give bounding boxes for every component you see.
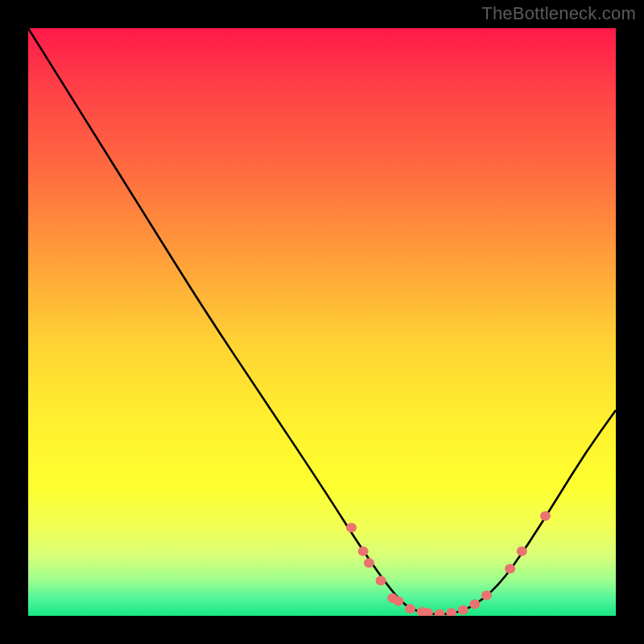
data-marker xyxy=(469,599,480,609)
data-marker xyxy=(446,608,456,616)
data-marker xyxy=(405,604,415,613)
chart-svg xyxy=(28,28,616,616)
data-marker xyxy=(540,511,551,521)
data-markers xyxy=(346,511,551,616)
data-marker xyxy=(364,558,374,568)
data-marker xyxy=(346,523,357,533)
data-marker xyxy=(435,609,445,616)
data-marker xyxy=(376,576,386,585)
data-marker xyxy=(517,547,527,556)
chart-plot-area xyxy=(28,28,616,616)
data-marker xyxy=(481,590,492,600)
data-marker xyxy=(505,564,515,574)
watermark-text: TheBottleneck.com xyxy=(481,3,636,24)
data-marker xyxy=(358,547,369,556)
data-marker xyxy=(393,597,403,606)
data-marker xyxy=(458,605,469,615)
bottleneck-curve xyxy=(28,28,616,614)
